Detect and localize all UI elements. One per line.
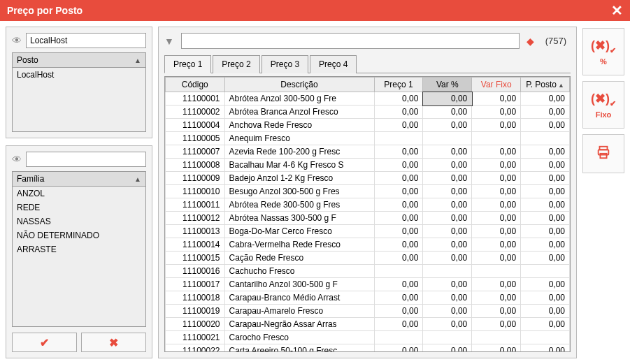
cell-p1[interactable]: 0,00 bbox=[374, 344, 423, 353]
col-preco1[interactable]: Preço 1 bbox=[374, 78, 423, 92]
cell-vf[interactable] bbox=[472, 331, 521, 344]
cell-desc[interactable]: Abrótea Rede 300-500 g Fres bbox=[224, 198, 374, 212]
cell-p1[interactable]: 0,00 bbox=[374, 119, 423, 132]
cell-desc[interactable]: Carapau-Amarelo Fresco bbox=[224, 305, 374, 318]
cell-pp[interactable]: 0,00 bbox=[521, 225, 570, 238]
cell-p1[interactable] bbox=[374, 331, 423, 344]
cell-p1[interactable] bbox=[374, 265, 423, 278]
cell-p1[interactable]: 0,00 bbox=[374, 305, 423, 318]
cell-p1[interactable]: 0,00 bbox=[374, 291, 423, 305]
list-item[interactable]: ANZOL bbox=[13, 187, 145, 201]
cell-desc[interactable]: Abrótea Branca Anzol Fresco bbox=[224, 105, 374, 119]
cell-p1[interactable]: 0,00 bbox=[374, 185, 423, 198]
cell-p1[interactable]: 0,00 bbox=[374, 278, 423, 291]
list-item[interactable]: LocalHost bbox=[13, 68, 145, 82]
posto-list[interactable]: Posto ▲ LocalHost bbox=[12, 52, 146, 132]
confirm-button[interactable]: ✔ bbox=[12, 333, 77, 352]
cell-desc[interactable]: Azevia Rede 100-200 g Fresc bbox=[224, 145, 374, 159]
cell-vp[interactable]: 0,00 bbox=[423, 159, 472, 172]
cell-p1[interactable]: 0,00 bbox=[374, 318, 423, 331]
table-row[interactable]: 11100017Cantarilho Anzol 300-500 g F0,00… bbox=[166, 278, 570, 291]
cell-p1[interactable] bbox=[374, 132, 423, 145]
cell-p1[interactable]: 0,00 bbox=[374, 92, 423, 105]
cell-vf[interactable]: 0,00 bbox=[472, 305, 521, 318]
cell-vp[interactable]: 0,00 bbox=[423, 278, 472, 291]
cell-vp[interactable]: 0,00 bbox=[423, 198, 472, 212]
cell-vp[interactable]: 0,00 bbox=[423, 318, 472, 331]
table-row[interactable]: 11100018Carapau-Branco Médio Arrast0,000… bbox=[166, 291, 570, 305]
cell-pp[interactable]: 0,00 bbox=[521, 212, 570, 225]
table-row[interactable]: 11100021Carocho Fresco bbox=[166, 331, 570, 344]
cell-codigo[interactable]: 11100005 bbox=[166, 132, 225, 145]
cell-pp[interactable]: 0,00 bbox=[521, 198, 570, 212]
cell-pp[interactable] bbox=[521, 132, 570, 145]
table-row[interactable]: 11100008Bacalhau Mar 4-6 Kg Fresco S0,00… bbox=[166, 159, 570, 172]
cell-codigo[interactable]: 11100022 bbox=[166, 344, 225, 353]
price-grid[interactable]: Código Descrição Preço 1 Var % Var Fixo … bbox=[165, 77, 570, 352]
cell-codigo[interactable]: 11100017 bbox=[166, 278, 225, 291]
list-item[interactable]: REDE bbox=[13, 201, 145, 214]
cell-desc[interactable]: Anequim Fresco bbox=[224, 132, 374, 145]
cell-pp[interactable]: 0,00 bbox=[521, 172, 570, 185]
cell-desc[interactable]: Abrótea Nassas 300-500 g F bbox=[224, 212, 374, 225]
list-item[interactable]: NASSAS bbox=[13, 214, 145, 228]
cell-pp[interactable]: 0,00 bbox=[521, 291, 570, 305]
cell-codigo[interactable]: 11100018 bbox=[166, 291, 225, 305]
table-row[interactable]: 11100020Carapau-Negrão Assar Arras0,000,… bbox=[166, 318, 570, 331]
cell-codigo[interactable]: 11100001 bbox=[166, 92, 225, 105]
cell-vp[interactable]: 0,00 bbox=[423, 238, 472, 252]
cell-codigo[interactable]: 11100020 bbox=[166, 318, 225, 331]
cell-p1[interactable]: 0,00 bbox=[374, 159, 423, 172]
cell-pp[interactable]: 0,00 bbox=[521, 145, 570, 159]
cell-vf[interactable]: 0,00 bbox=[472, 185, 521, 198]
table-row[interactable]: 11100005Anequim Fresco bbox=[166, 132, 570, 145]
cell-codigo[interactable]: 11100014 bbox=[166, 238, 225, 252]
list-item[interactable]: NÃO DETERMINADO bbox=[13, 228, 145, 242]
cell-pp[interactable]: 0,00 bbox=[521, 278, 570, 291]
table-row[interactable]: 11100016Cachucho Fresco bbox=[166, 265, 570, 278]
cell-codigo[interactable]: 11100011 bbox=[166, 198, 225, 212]
cell-p1[interactable]: 0,00 bbox=[374, 252, 423, 265]
cell-vp[interactable]: 0,00 bbox=[423, 105, 472, 119]
close-icon[interactable]: ✕ bbox=[611, 2, 623, 19]
cell-vf[interactable]: 0,00 bbox=[472, 159, 521, 172]
cell-desc[interactable]: Carapau-Branco Médio Arrast bbox=[224, 291, 374, 305]
apply-percent-button[interactable]: (✖)✔ % bbox=[582, 28, 624, 75]
cell-desc[interactable]: Cabra-Vermelha Rede Fresco bbox=[224, 238, 374, 252]
table-row[interactable]: 11100019Carapau-Amarelo Fresco0,000,000,… bbox=[166, 305, 570, 318]
cell-vf[interactable]: 0,00 bbox=[472, 172, 521, 185]
cell-vf[interactable]: 0,00 bbox=[472, 238, 521, 252]
cell-vf[interactable]: 0,00 bbox=[472, 92, 521, 105]
table-row[interactable]: 11100022Carta Areeiro 50-100 g Fresc0,00… bbox=[166, 344, 570, 353]
cell-vp[interactable]: 0,00 bbox=[423, 119, 472, 132]
cell-codigo[interactable]: 11100013 bbox=[166, 225, 225, 238]
clear-filter-icon[interactable]: ◆ bbox=[527, 36, 534, 47]
table-row[interactable]: 11100013Boga-Do-Mar Cerco Fresco0,000,00… bbox=[166, 225, 570, 238]
cell-vf[interactable]: 0,00 bbox=[472, 145, 521, 159]
cell-vp[interactable]: 0,00 bbox=[423, 305, 472, 318]
cancel-button[interactable]: ✖ bbox=[81, 333, 146, 352]
cell-desc[interactable]: Badejo Anzol 1-2 Kg Fresco bbox=[224, 172, 374, 185]
cell-pp[interactable]: 0,00 bbox=[521, 185, 570, 198]
cell-vf[interactable]: 0,00 bbox=[472, 198, 521, 212]
cell-pp[interactable]: 0,00 bbox=[521, 119, 570, 132]
grid-wrapper[interactable]: Código Descrição Preço 1 Var % Var Fixo … bbox=[164, 76, 571, 352]
tab-preco-1[interactable]: Preço 1 bbox=[164, 55, 211, 73]
cell-pp[interactable]: 0,00 bbox=[521, 238, 570, 252]
cell-pp[interactable]: 0,00 bbox=[521, 159, 570, 172]
cell-codigo[interactable]: 11100015 bbox=[166, 252, 225, 265]
cell-desc[interactable]: Cação Rede Fresco bbox=[224, 252, 374, 265]
cell-vf[interactable] bbox=[472, 132, 521, 145]
table-row[interactable]: 11100002Abrótea Branca Anzol Fresco0,000… bbox=[166, 105, 570, 119]
cell-desc[interactable]: Cachucho Fresco bbox=[224, 265, 374, 278]
cell-p1[interactable]: 0,00 bbox=[374, 225, 423, 238]
familia-list-header[interactable]: Família ▲ bbox=[13, 172, 145, 187]
cell-vf[interactable]: 0,00 bbox=[472, 344, 521, 353]
cell-pp[interactable]: 0,00 bbox=[521, 344, 570, 353]
posto-filter-input[interactable] bbox=[26, 33, 146, 48]
cell-p1[interactable]: 0,00 bbox=[374, 238, 423, 252]
cell-vp[interactable]: 0,00 bbox=[423, 291, 472, 305]
cell-desc[interactable]: Boga-Do-Mar Cerco Fresco bbox=[224, 225, 374, 238]
cell-vp[interactable]: 0,00 bbox=[423, 145, 472, 159]
cell-p1[interactable]: 0,00 bbox=[374, 212, 423, 225]
